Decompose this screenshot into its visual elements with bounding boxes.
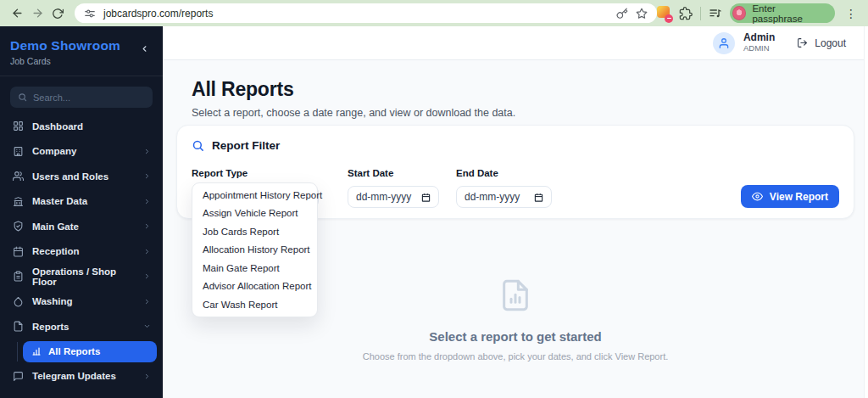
sidebar-item-dashboard[interactable]: Dashboard [0,114,163,139]
dropdown-option[interactable]: Assign Vehicle Report [192,205,317,223]
sidebar-subitem-label: All Reports [48,346,100,356]
end-date-value: dd-mm-yyyy [465,191,520,203]
start-date-input[interactable]: dd-mm-yyyy [348,186,439,208]
sidebar-item-reception[interactable]: Reception [0,239,163,265]
calendar-picker-icon[interactable] [421,193,431,202]
brand-subtitle: Job Cards [10,56,151,66]
logout-label: Logout [815,37,846,49]
start-date-group: Start Date dd-mm-yyyy [348,168,439,208]
brand-title: Demo Showroom [10,38,151,53]
sidebar-item-company[interactable]: Company [0,139,163,165]
sidebar-item-label: Company [32,146,76,156]
empty-state-subtitle: Choose from the dropdown above, pick you… [363,351,669,362]
sidebar-item-reports[interactable]: Reports [0,314,163,339]
sidebar-item-users-and-roles[interactable]: Users and Roles [0,164,163,189]
sidebar-item-label: Master Data [32,196,87,206]
address-bar[interactable]: jobcardspro.com/reports [75,3,657,23]
chevron-right-icon [143,172,151,180]
media-controls-icon[interactable] [709,7,722,20]
scrollbar[interactable] [864,26,868,398]
chevron-right-icon [143,148,151,155]
landmark-icon [13,196,24,207]
url-text: jobcardspro.com/reports [103,8,609,20]
chevron-right-icon [143,222,151,230]
sidebar: Demo Showroom Job Cards Dashboard Compan… [0,26,163,398]
sidebar-search-input[interactable] [33,92,145,103]
end-date-input[interactable]: dd-mm-yyyy [456,186,552,208]
toolbar-divider [700,7,701,20]
search-icon [18,92,27,102]
dropdown-option[interactable]: Car Wash Report [192,295,317,314]
bookmark-star-icon[interactable] [636,8,648,20]
page-title: All Reports [192,78,868,101]
user-icon [718,37,730,49]
arrow-left-icon [11,7,24,20]
bar-chart-icon [31,346,42,356]
filter-card-title: Report Filter [212,139,280,152]
chevron-right-icon [143,298,151,306]
sidebar-subitem-all-reports[interactable]: All Reports [23,341,157,362]
sidebar-item-label: Operations / Shop Floor [32,266,135,287]
calendar-picker-icon[interactable] [534,193,543,202]
sidebar-item-label: Washing [32,296,73,306]
chevron-right-icon [143,248,151,255]
building-icon [13,146,24,157]
forward-button[interactable] [27,3,47,24]
start-date-label: Start Date [348,168,439,178]
report-type-dropdown: Appointment History Report Assign Vehicl… [192,182,318,317]
site-info-icon[interactable] [84,8,96,20]
reload-icon [52,8,64,20]
start-date-value: dd-mm-yyyy [356,191,411,203]
sidebar-search[interactable] [10,87,153,108]
sidebar-item-main-gate[interactable]: Main Gate [0,214,163,239]
sidebar-item-label: Reception [32,246,80,256]
sidebar-item-master-data[interactable]: Master Data [0,189,163,215]
dropdown-option[interactable]: Job Cards Report [192,222,317,241]
report-document-icon [498,276,532,315]
dropdown-option[interactable]: Appointment History Report [192,186,317,205]
sidebar-item-label: Main Gate [32,221,79,232]
extensions-puzzle-icon[interactable] [679,7,693,20]
sidebar-collapse-button[interactable] [140,44,149,53]
droplet-icon [13,296,24,307]
sidebar-item-operations-shop-floor[interactable]: Operations / Shop Floor [0,264,163,289]
main-content: All Reports Select a report, choose a da… [163,60,868,398]
chevron-down-icon [143,322,151,330]
adblock-extension-icon[interactable] [657,6,671,21]
logout-button[interactable]: Logout [797,37,846,49]
message-icon [13,371,24,382]
view-report-label: View Report [770,191,828,203]
clipboard-icon [13,271,24,282]
profile-avatar [732,6,746,20]
dashboard-grid-icon [13,121,24,132]
sidebar-item-label: Users and Roles [32,171,108,182]
empty-state-title: Select a report to get started [429,329,601,344]
sidebar-nav: Dashboard Company Users and Roles Master… [0,114,163,389]
chevron-right-icon [143,272,151,280]
chevron-right-icon [143,198,151,205]
password-key-icon[interactable] [616,8,628,20]
extension-badge [665,14,673,23]
view-report-button[interactable]: View Report [741,185,839,208]
end-date-group: End Date dd-mm-yyyy [456,168,552,208]
profile-passphrase-button[interactable]: Enter passphrase [730,3,835,23]
back-button[interactable] [7,3,27,24]
browser-menu-icon[interactable]: ⋮ [843,7,860,20]
dropdown-option[interactable]: Advisor Allocation Report [192,277,317,296]
file-icon [13,321,24,332]
shield-check-icon [13,221,24,232]
user-avatar[interactable] [713,32,735,54]
browser-toolbar: jobcardspro.com/reports Enter passphrase… [0,0,868,26]
report-filter-card: Report Filter Report Type Start Date dd-… [176,125,854,219]
end-date-label: End Date [456,168,552,178]
dropdown-option[interactable]: Main Gate Report [192,259,317,277]
filter-search-icon [192,139,204,152]
calendar-icon [13,246,24,257]
sidebar-item-label: Telegram Updates [32,371,116,381]
reload-button[interactable] [47,3,68,24]
sidebar-item-washing[interactable]: Washing [0,289,163,315]
report-type-label: Report Type [192,168,319,178]
user-role: ADMIN [743,44,775,53]
sidebar-item-telegram-updates[interactable]: Telegram Updates [0,364,163,390]
dropdown-option[interactable]: Allocation History Report [192,241,317,260]
